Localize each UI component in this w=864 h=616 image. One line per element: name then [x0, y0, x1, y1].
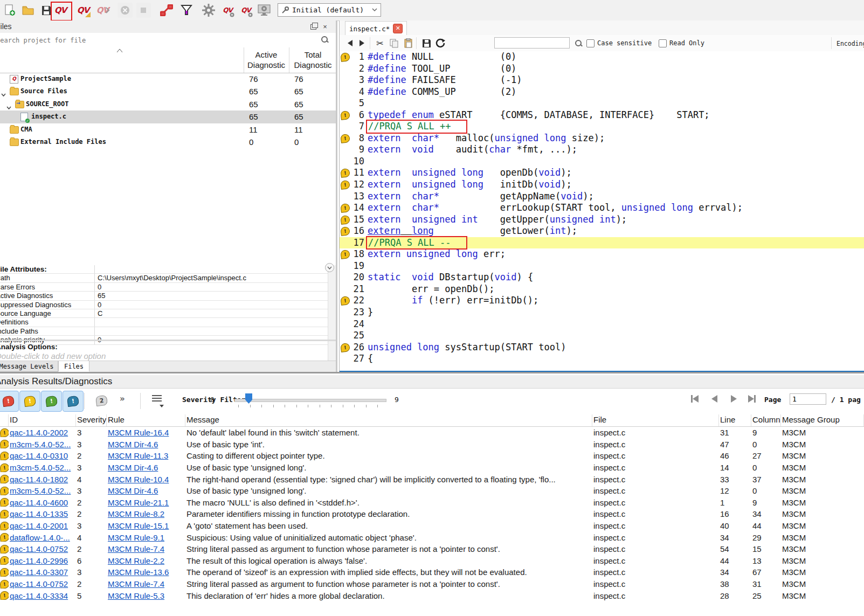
code-line[interactable]: 19 — [340, 260, 864, 272]
cut-icon[interactable]: ✂ — [374, 37, 386, 49]
diagnostic-row[interactable]: !qac-11.4.0-20013M3CM Rule-15.1A 'goto' … — [0, 520, 864, 532]
editor-tab-inspect-c[interactable]: inspect.c* ✕ — [345, 21, 407, 36]
warning-balloon-icon[interactable]: ! — [340, 343, 350, 352]
qv-analyze-icon[interactable]: QV — [53, 3, 68, 18]
tab-message-levels[interactable]: Message Levels — [0, 361, 58, 372]
code-line[interactable]: 21 err = openDb(); — [340, 283, 864, 295]
rule-link[interactable]: M3CM Rule-13.6 — [108, 567, 169, 577]
page-number-input[interactable] — [790, 393, 826, 405]
diagnostic-id-link[interactable]: qac-11.4.0-0752 — [10, 579, 68, 589]
code-line[interactable]: 5 — [340, 98, 864, 109]
code-line[interactable]: 4#define COMMS_UP (2) — [340, 86, 864, 98]
forward-icon[interactable] — [356, 37, 368, 49]
warning-balloon-button[interactable]: ! — [19, 391, 40, 412]
last-page-icon[interactable] — [748, 395, 760, 404]
refresh-icon[interactable] — [434, 37, 446, 49]
diagnostic-row[interactable]: !qac-11.4.0-33345M3CM Rule-5.3This decla… — [0, 590, 864, 601]
first-page-icon[interactable] — [691, 395, 703, 404]
rule-link[interactable]: M3CM Rule-8.2 — [108, 509, 164, 518]
warning-balloon-icon[interactable]: ! — [340, 52, 350, 62]
warning-balloon-icon[interactable]: ! — [340, 134, 350, 143]
save-file-icon[interactable] — [420, 37, 432, 49]
results-column-header[interactable]: File — [592, 414, 719, 426]
code-line[interactable]: !11extern unsigned long openDb(void); — [340, 167, 864, 179]
float-panel-icon[interactable] — [310, 24, 316, 30]
attribute-row[interactable]: PathC:\Users\mxyt\Desktop\ProjectSample\… — [0, 274, 336, 282]
code-line[interactable]: 27{ — [340, 353, 864, 365]
filter-funnel-icon[interactable] — [179, 3, 194, 18]
copy-icon[interactable] — [388, 37, 400, 49]
rule-link[interactable]: M3CM Rule-7.4 — [108, 544, 164, 553]
diagnostic-id-link[interactable]: qac-11.4.0-1335 — [10, 509, 68, 518]
diagnostic-id-link[interactable]: qac-11.4.0-3307 — [10, 567, 68, 577]
code-line[interactable]: !8extern char* malloc(unsigned long size… — [340, 133, 864, 144]
code-line[interactable]: 17//PRQA S ALL -- — [340, 237, 864, 249]
code-line[interactable]: !18extern unsigned long err; — [340, 248, 864, 260]
diagnostic-id-link[interactable]: qac-11.4.0-0752 — [10, 544, 68, 553]
warning-balloon-icon[interactable]: ! — [340, 250, 350, 259]
diagnostic-id-link[interactable]: m3cm-5.4.0-52... — [10, 463, 71, 472]
code-area[interactable]: !1#define NULL (0)2#define TOOL_UP (0)3#… — [340, 51, 864, 371]
column-header-active[interactable]: ActiveDiagnostic — [244, 50, 289, 70]
attribute-row[interactable]: Source LanguageC — [0, 309, 336, 318]
attribute-row[interactable]: Active Diagnostics65 — [0, 292, 336, 300]
rule-link[interactable]: M3CM Rule-11.3 — [108, 451, 168, 460]
diagnostic-id-link[interactable]: qac-11.4.0-3334 — [10, 591, 68, 600]
qv-sync-gear-icon[interactable]: QV — [238, 3, 253, 18]
attribute-row[interactable]: Parse Errors0 — [0, 283, 336, 292]
results-column-header[interactable]: Rule — [107, 414, 185, 426]
tab-files[interactable]: Files — [58, 361, 89, 372]
code-line[interactable]: !6typedef enum eSTART {COMMS, DATABASE, … — [340, 109, 864, 121]
warning-balloon-icon[interactable]: ! — [340, 296, 350, 306]
link-icon[interactable] — [159, 3, 174, 18]
tree-item-external-include-files[interactable]: External Include Files00 — [0, 136, 336, 148]
rule-link[interactable]: M3CM Dir-4.6 — [108, 440, 158, 449]
warning-balloon-icon[interactable]: ! — [340, 203, 350, 213]
rule-link[interactable]: M3CM Rule-21.1 — [108, 498, 169, 507]
qv-next-icon[interactable]: QV — [95, 3, 110, 18]
monitor-gear-icon[interactable] — [257, 3, 272, 18]
diagnostic-id-link[interactable]: qac-11.4.0-2996 — [10, 556, 68, 565]
warning-balloon-icon[interactable]: ! — [340, 226, 350, 236]
code-line[interactable]: 3#define FAILSAFE (-1) — [340, 74, 864, 86]
code-line[interactable]: !22 if (!err) err=initDb(); — [340, 295, 864, 307]
code-line[interactable]: 10 — [340, 156, 864, 168]
results-column-header[interactable]: Severity — [76, 414, 107, 426]
diagnostic-row[interactable]: !m3cm-5.4.0-52...3M3CM Dir-4.6Use of bas… — [0, 439, 864, 451]
code-line[interactable]: !1#define NULL (0) — [340, 51, 864, 63]
rule-link[interactable]: M3CM Rule-10.4 — [108, 475, 169, 484]
results-column-header[interactable]: Message — [185, 414, 592, 426]
diagnostic-row[interactable]: !m3cm-5.4.0-52...3M3CM Dir-4.6Use of bas… — [0, 462, 864, 474]
search-input[interactable] — [0, 34, 315, 46]
tree-item-projectsample[interactable]: QProjectSample7676 — [0, 73, 336, 85]
diagnostic-id-link[interactable]: qac-11.4.0-2002 — [10, 428, 68, 437]
attribute-row[interactable]: Suppressed Diagnostics0 — [0, 301, 336, 309]
tree-item-inspect-c[interactable]: inspect.c6565 — [0, 110, 336, 123]
rule-link[interactable]: M3CM Rule-7.4 — [108, 579, 164, 589]
warning-balloon-icon[interactable]: ! — [340, 110, 350, 120]
previous-page-icon[interactable] — [711, 395, 723, 404]
diagnostic-row[interactable]: !qac-11.4.0-33073M3CM Rule-13.6The opera… — [0, 566, 864, 578]
diagnostic-row[interactable]: !qac-11.4.0-07522M3CM Rule-7.4String lit… — [0, 543, 864, 555]
warning-balloon-icon[interactable]: ! — [340, 215, 350, 225]
stop-icon[interactable] — [136, 3, 151, 18]
attribute-row[interactable]: Definitions — [0, 318, 336, 327]
code-line[interactable]: !16extern long getLower(int); — [340, 225, 864, 237]
diagnostic-id-link[interactable]: qac-11.4.0-1802 — [10, 475, 68, 484]
rule-link[interactable]: M3CM Rule-15.1 — [108, 521, 169, 530]
results-column-header[interactable]: ID — [9, 414, 76, 426]
code-line[interactable]: 20static void DBstartup(void) { — [340, 272, 864, 283]
search-icon[interactable] — [321, 36, 328, 43]
results-column-header[interactable]: Column — [751, 414, 781, 426]
code-line[interactable]: 13extern char* getAppName(void); — [340, 191, 864, 203]
diagnostic-id-link[interactable]: qac-11.4.0-2001 — [10, 521, 68, 530]
info-balloon-button[interactable]: ! — [41, 391, 62, 412]
analysis-profile-dropdown[interactable]: Initial (default) — [278, 3, 381, 17]
tree-item-source-files[interactable]: Source Files6565 — [0, 85, 336, 98]
diagnostic-id-link[interactable]: dataflow-1.4.0-... — [10, 533, 70, 542]
code-line[interactable]: 9extern void audit(char *fmt, ...); — [340, 144, 864, 156]
back-icon[interactable] — [344, 37, 356, 49]
code-line[interactable]: !15extern unsigned int getUpper(unsigned… — [340, 214, 864, 226]
paste-icon[interactable] — [402, 37, 414, 49]
rule-link[interactable]: M3CM Dir-4.6 — [108, 463, 158, 472]
